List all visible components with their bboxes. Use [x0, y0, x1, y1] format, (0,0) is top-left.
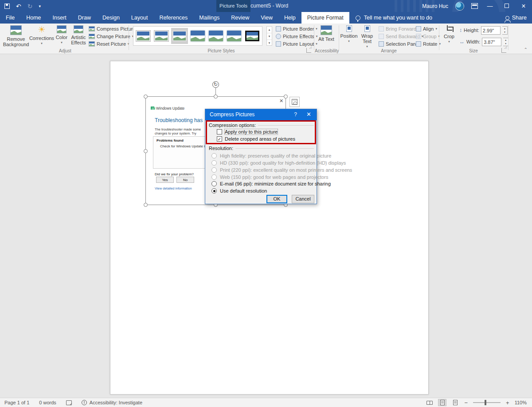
close-button[interactable]: ×: [519, 2, 528, 10]
resize-handle-bottom-left[interactable]: [144, 203, 148, 207]
picture-style-thumbnail[interactable]: [244, 28, 261, 44]
gallery-scroll-down[interactable]: ▼: [267, 33, 272, 40]
tab-insert[interactable]: Insert: [47, 12, 72, 24]
read-mode-button[interactable]: [426, 399, 433, 406]
tab-picture-format[interactable]: Picture Format: [301, 12, 349, 24]
tab-draw[interactable]: Draw: [72, 12, 97, 24]
group-picture-styles: ▲ ▼ ▼ Picture Border ▾ Picture Effects ▾…: [129, 24, 313, 54]
tell-me-box[interactable]: Tell me what you want to do: [349, 12, 438, 24]
reset-picture-icon: [89, 41, 95, 47]
radio-email[interactable]: E-mail (96 ppi): minimize document size …: [211, 181, 331, 186]
dialog-close-button[interactable]: ✕: [306, 111, 311, 118]
picture-style-thumbnail[interactable]: [207, 28, 224, 44]
ribbon-display-options-icon[interactable]: [471, 3, 478, 9]
accessibility-status[interactable]: Accessibility: Investigate: [82, 400, 142, 405]
word-count[interactable]: 0 words: [39, 400, 56, 405]
alt-text-button[interactable]: Alt Text: [317, 24, 336, 51]
picture-style-thumbnail[interactable]: [135, 28, 152, 44]
height-icon: ↕: [459, 27, 462, 33]
rotate-handle[interactable]: ↻: [212, 81, 219, 88]
resize-handle-top-middle[interactable]: [214, 95, 218, 99]
dropdown-icon: ▾: [41, 41, 43, 46]
corrections-button[interactable]: ☀ Corrections ▾: [29, 24, 54, 51]
size-dialog-launcher[interactable]: [501, 48, 506, 53]
group-icon: [416, 34, 421, 39]
resize-handle-top-right[interactable]: [284, 95, 288, 99]
radio-high-fidelity: High fidelity: preserves quality of the …: [211, 153, 331, 158]
zoom-slider-thumb[interactable]: [485, 400, 486, 405]
rotate-button[interactable]: Rotate ▾: [416, 40, 441, 47]
picture-styles-dialog-launcher[interactable]: [306, 48, 311, 53]
picture-border-button[interactable]: Picture Border ▾: [276, 25, 317, 32]
account-name[interactable]: Mauro Huc: [422, 3, 448, 9]
web-layout-button[interactable]: [451, 399, 459, 406]
height-label: Height:: [464, 28, 479, 33]
crop-icon: [446, 25, 453, 32]
bring-forward-label: Bring Forward: [386, 26, 416, 32]
tab-review[interactable]: Review: [225, 12, 255, 24]
position-label: Position: [340, 33, 357, 39]
minimize-button[interactable]: —: [485, 3, 495, 9]
width-input[interactable]: 3.87": [482, 38, 501, 46]
position-button[interactable]: Position ▾: [340, 24, 358, 51]
group-adjust: Remove Background ☀ Corrections ▾ Color …: [3, 24, 128, 54]
cancel-button[interactable]: Cancel: [292, 195, 314, 203]
zoom-level[interactable]: 110%: [515, 400, 527, 405]
tab-help[interactable]: Help: [278, 12, 301, 24]
align-label: Align: [423, 26, 434, 32]
tab-references[interactable]: References: [153, 12, 193, 24]
share-button[interactable]: Share: [505, 12, 527, 24]
color-button[interactable]: Color ▾: [54, 24, 69, 51]
rotate-icon: [416, 41, 421, 47]
tab-view[interactable]: View: [255, 12, 278, 24]
picture-style-thumbnail[interactable]: [189, 28, 206, 44]
gallery-more-button[interactable]: ▼: [267, 40, 272, 46]
collapse-ribbon-button[interactable]: ⌃: [524, 47, 528, 52]
page-count[interactable]: Page 1 of 1: [4, 400, 29, 405]
radio-use-default[interactable]: Use default resolution: [211, 188, 267, 194]
picture-style-thumbnail[interactable]: [153, 28, 170, 44]
tab-file[interactable]: File: [0, 12, 20, 24]
tab-design[interactable]: Design: [97, 12, 125, 24]
radio-label: Print (220 ppi): excellent quality on mo…: [220, 167, 352, 173]
resize-handle-top-left[interactable]: [144, 95, 148, 99]
picture-style-thumbnail[interactable]: [226, 28, 243, 44]
height-input[interactable]: 2.99": [481, 26, 501, 35]
dialog-title-bar[interactable]: Compress Pictures ? ✕: [205, 109, 317, 120]
lightbulb-icon: [356, 16, 360, 20]
red-highlight-box: [206, 120, 316, 144]
title-bar: ↶ ↻ ▾ Document5 - Word Picture Tools Mau…: [0, 0, 532, 12]
height-spinner[interactable]: ▲▼: [502, 26, 508, 35]
print-layout-button[interactable]: [438, 399, 446, 406]
artistic-effects-button[interactable]: Artistic Effects: [69, 24, 88, 51]
tab-layout[interactable]: Layout: [125, 12, 154, 24]
picture-style-icon: [191, 31, 205, 41]
zoom-slider[interactable]: [473, 402, 501, 403]
artistic-effects-icon: [74, 25, 83, 33]
dialog-help-button[interactable]: ?: [294, 111, 297, 118]
maximize-button[interactable]: [502, 3, 512, 9]
align-button[interactable]: Align ▾: [416, 25, 441, 32]
radio-icon: [211, 181, 217, 186]
compress-pictures-dialog: Compress Pictures ? ✕ Compression option…: [205, 109, 317, 204]
zoom-in-button[interactable]: +: [506, 399, 509, 406]
document-canvas[interactable]: Windows Update ✕ Troubleshooting has com…: [0, 54, 532, 398]
tab-home[interactable]: Home: [20, 12, 47, 24]
zoom-out-button[interactable]: −: [464, 399, 468, 406]
tab-mailings[interactable]: Mailings: [193, 12, 225, 24]
resize-handle-middle-left[interactable]: [144, 149, 148, 153]
picture-style-thumbnail[interactable]: [171, 28, 188, 44]
group-button: Group ▾: [416, 32, 441, 40]
proofing-icon[interactable]: [66, 400, 72, 405]
radio-icon: [211, 153, 217, 158]
crop-button[interactable]: Crop ▾: [441, 24, 458, 51]
picture-effects-button[interactable]: Picture Effects ▾: [276, 32, 317, 40]
avatar[interactable]: [455, 2, 464, 11]
radio-print: Print (220 ppi): excellent quality on mo…: [211, 167, 352, 173]
layout-options-button[interactable]: [289, 97, 300, 107]
artistic-effects-label: Artistic Effects: [69, 35, 88, 45]
wrap-text-button[interactable]: Wrap Text ▾: [358, 24, 376, 51]
gallery-scroll-up[interactable]: ▲: [267, 27, 272, 33]
ok-button[interactable]: OK: [266, 195, 287, 203]
remove-background-button[interactable]: Remove Background: [4, 24, 28, 51]
